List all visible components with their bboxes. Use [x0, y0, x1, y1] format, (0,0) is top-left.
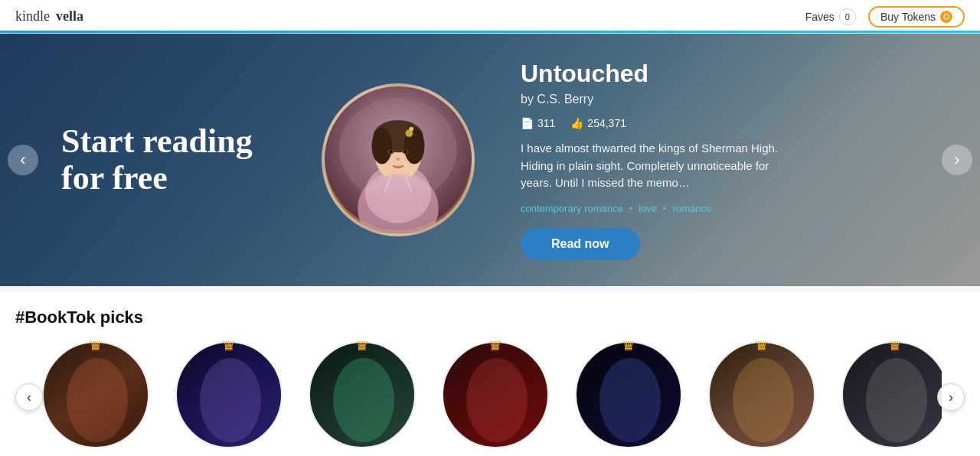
hero-left-arrow-icon: ‹	[20, 150, 25, 170]
likes-icon: 👍	[570, 117, 583, 129]
svg-point-13	[404, 150, 407, 153]
hero-book-cover	[322, 83, 475, 236]
book-circle	[575, 341, 682, 448]
book-circle	[708, 341, 815, 448]
svg-point-8	[371, 128, 392, 164]
book-cover-container: ♛	[575, 341, 682, 448]
book-circle	[42, 341, 149, 448]
book-item[interactable]: ♛New Adult & College / RomanceSia: A BWW…	[438, 341, 553, 456]
hero-next-button[interactable]: ›	[942, 145, 972, 175]
svg-point-28	[599, 358, 661, 442]
hero-banner: ‹ Start reading for free	[0, 34, 980, 286]
hero-cover-svg	[325, 83, 472, 233]
hero-episodes-stat: 📄 311	[521, 117, 555, 129]
book-item[interactable]: ♛Romance / FantasyUntil the World Falls …	[838, 341, 942, 456]
faves-button[interactable]: Faves 0	[805, 8, 856, 25]
book-circle	[309, 341, 416, 448]
svg-point-20	[67, 358, 128, 442]
header-right: Faves 0 Buy Tokens ⬡	[805, 6, 965, 28]
book-cover-container: ♛	[841, 341, 942, 448]
likes-count: 254,371	[587, 117, 626, 129]
book-circle	[841, 341, 942, 448]
episodes-icon: 📄	[521, 117, 534, 129]
book-cover-container: ♛	[442, 341, 549, 448]
book-item[interactable]: ♛Romance / HumorLove Sequence: Seasons 1…	[704, 341, 819, 456]
hero-tag-1[interactable]: contemporary romance	[521, 203, 623, 214]
booktok-title: #BookTok picks	[15, 308, 965, 327]
hero-book-author: by C.S. Berry	[521, 93, 980, 106]
header: kindle vella Faves 0 Buy Tokens ⬡	[0, 0, 980, 34]
book-cover-svg	[577, 343, 682, 448]
booktok-left-arrow-icon: ‹	[27, 389, 31, 406]
booktok-next-button[interactable]: ›	[937, 383, 965, 411]
book-cover-container: ♛	[309, 341, 416, 448]
book-item[interactable]: ♛Action & Adventure / RomanceRuthless (A…	[38, 341, 153, 456]
book-cover-container: ♛	[175, 341, 283, 448]
book-item[interactable]: ♛Romance / ParanormalMonster Under My Be…	[571, 341, 686, 456]
book-cover-container: ♛	[708, 341, 815, 448]
crown-icon: ♛	[488, 341, 503, 355]
svg-point-24	[333, 358, 394, 442]
hero-likes-stat: 👍 254,371	[570, 117, 626, 129]
logo[interactable]: kindle vella	[15, 8, 83, 24]
logo-kindle: kindle	[15, 8, 50, 24]
crown-icon: ♛	[88, 341, 103, 355]
books-wrapper: ‹ ♛Action & Adventure / RomanceRuthless …	[15, 341, 965, 456]
hero-tag-2[interactable]: love	[639, 203, 657, 214]
booktok-section: #BookTok picks ‹ ♛Action & Adventure / R…	[0, 292, 980, 456]
hero-prev-button[interactable]: ‹	[8, 145, 38, 175]
hero-description: I have almost thwarted the kings of Sher…	[521, 140, 796, 192]
svg-point-32	[866, 358, 927, 442]
buy-tokens-label: Buy Tokens	[880, 11, 936, 23]
buy-tokens-button[interactable]: Buy Tokens ⬡	[868, 6, 965, 28]
svg-point-30	[733, 358, 794, 442]
book-item[interactable]: ♛New Adult & College / RomanceForbidden …	[305, 341, 420, 456]
crown-icon: ♛	[887, 341, 903, 355]
svg-point-14	[396, 158, 400, 161]
hero-tagline: Start reading for free	[61, 123, 276, 197]
book-cover-svg	[443, 343, 549, 448]
book-item[interactable]: ♛Fantasy / RomanceThe Assassin Bride	[172, 341, 286, 456]
token-icon: ⬡	[940, 11, 952, 23]
hero-book-title: Untouched	[521, 60, 980, 88]
crown-icon: ♛	[754, 341, 769, 355]
book-circle	[442, 341, 549, 448]
svg-point-22	[200, 358, 261, 442]
hero-info: Untouched by C.S. Berry 📄 311 👍 254,371 …	[521, 60, 980, 260]
faves-label: Faves	[805, 11, 835, 23]
book-cover-svg	[44, 343, 149, 448]
hero-stats: 📄 311 👍 254,371	[521, 117, 980, 129]
svg-point-16	[409, 127, 413, 132]
booktok-prev-button[interactable]: ‹	[15, 383, 43, 411]
book-cover-svg	[710, 343, 815, 448]
logo-vella: vella	[56, 8, 83, 24]
book-cover-container: ♛	[42, 341, 149, 448]
booktok-right-arrow-icon: ›	[949, 389, 953, 406]
book-cover-svg	[310, 343, 416, 448]
crown-icon: ♛	[221, 341, 237, 355]
books-row: ♛Action & Adventure / RomanceRuthless (A…	[38, 341, 942, 456]
hero-tag-3[interactable]: romance	[673, 203, 712, 214]
book-circle	[175, 341, 283, 448]
book-cover-svg	[177, 343, 283, 448]
hero-right-arrow-icon: ›	[954, 150, 959, 170]
faves-icon: 0	[839, 8, 856, 25]
crown-icon: ♛	[621, 341, 636, 355]
svg-point-26	[466, 358, 528, 442]
read-now-button[interactable]: Read now	[521, 228, 640, 260]
episodes-count: 311	[537, 117, 555, 129]
hero-tags: contemporary romance • love • romance	[521, 203, 980, 214]
svg-point-12	[389, 150, 392, 153]
hero-cover-image	[325, 86, 472, 233]
faves-count: 0	[845, 12, 850, 21]
crown-icon: ♛	[354, 341, 370, 355]
book-cover-svg	[843, 343, 942, 448]
